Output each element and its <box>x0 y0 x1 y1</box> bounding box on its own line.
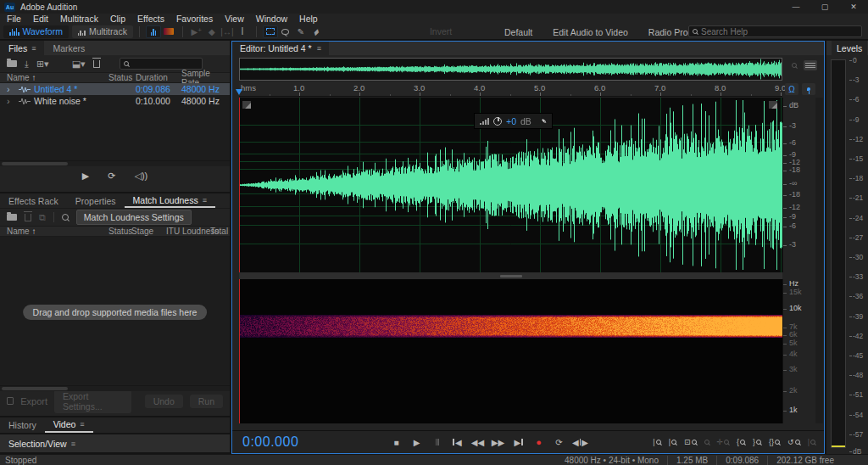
tab-history[interactable]: History <box>0 417 45 433</box>
tab-video[interactable]: Video ≡ <box>45 417 93 433</box>
tab-selection-view[interactable]: Selection/View ≡ <box>0 434 84 452</box>
zoom-out-full-button[interactable] <box>704 440 709 445</box>
close-button[interactable]: ✕ <box>839 0 868 14</box>
loudness-drop-area[interactable]: Drag and drop supported media files here <box>0 237 230 385</box>
editor-list-button[interactable] <box>804 60 817 70</box>
hud-pin-icon[interactable]: ✒ <box>538 115 548 126</box>
loudness-add-files-icon[interactable] <box>7 214 17 221</box>
spot-healing-brush-button[interactable]: ▰ <box>309 25 324 38</box>
expand-chevron-icon[interactable]: › <box>7 84 19 94</box>
record-button[interactable]: ● <box>531 435 546 449</box>
editor-panel-menu-icon[interactable]: ≡ <box>317 44 321 53</box>
slip-tool-button[interactable]: |↔| <box>220 25 235 38</box>
lasso-selection-tool-button[interactable] <box>278 25 293 38</box>
files-panel-menu-icon[interactable]: ≡ <box>31 44 36 53</box>
workspace-edit-audio-to-video[interactable]: Edit Audio to Video <box>544 27 637 37</box>
frequency-scale[interactable]: Hz15k10k7k6k5k4k3k2k1k <box>782 279 815 423</box>
tab-markers[interactable]: Markers <box>44 41 93 55</box>
loudness-remove-icon[interactable] <box>25 214 31 221</box>
editor-vscrollbar[interactable] <box>815 98 823 423</box>
minimize-button[interactable]: — <box>782 0 810 14</box>
waveform-mode-button[interactable]: Waveform <box>3 25 69 38</box>
loop-preview-button[interactable]: ⟳ <box>108 171 115 182</box>
zoom-out-horizontal-button[interactable]: | <box>669 438 676 446</box>
time-selection-tool-button[interactable]: I <box>235 25 250 38</box>
menu-multitrack[interactable]: Multitrack <box>60 14 98 24</box>
menu-help[interactable]: Help <box>299 14 318 24</box>
loop-playback-button[interactable]: ⟳ <box>552 435 566 449</box>
loudness-duplicate-icon[interactable]: ⧉ <box>39 213 46 222</box>
tab-files[interactable]: Files ≡ <box>0 41 44 55</box>
match-loudness-settings-button[interactable]: Match Loudness Settings <box>76 210 192 225</box>
loudness-hscrollbar[interactable] <box>0 385 230 391</box>
new-item-icon[interactable]: ⊞▾ <box>36 59 49 69</box>
paintbrush-tool-button[interactable]: ✎ <box>293 25 309 38</box>
waveform-display[interactable]: +0 dB ✒ <box>239 98 782 272</box>
menu-effects[interactable]: Effects <box>137 14 164 24</box>
marquee-selection-tool-button[interactable] <box>263 25 278 38</box>
spectral-display[interactable] <box>239 279 782 423</box>
zoom-to-selection-button[interactable]: {} <box>769 438 780 446</box>
open-file-icon[interactable] <box>7 60 17 67</box>
file-row[interactable]: ›Untitled 4 *0:09.08648000 Hz <box>0 83 230 95</box>
file-row[interactable]: ›White noise *0:10.00048000 Hz <box>0 95 230 107</box>
files-search-input[interactable] <box>132 59 198 69</box>
import-file-icon[interactable]: ⤓ <box>25 59 29 69</box>
files-column-headers[interactable]: Name ↑ Status Duration Sample Rate <box>0 72 230 83</box>
tab-match-loudness[interactable]: Match Loudness ≡ <box>125 193 215 208</box>
gain-value[interactable]: +0 <box>506 116 516 126</box>
overview-zoom-icon[interactable] <box>792 63 797 68</box>
move-tool-button[interactable]: ▶⁺ <box>189 25 204 38</box>
run-button[interactable]: Run <box>190 395 223 408</box>
tab-editor[interactable]: Editor: Untitled 4 * ≡ <box>232 42 329 55</box>
gain-knob-icon[interactable] <box>493 117 502 126</box>
amplitude-scale[interactable]: dB-3-6-9-12-18-∞-18-12-9-6-3 <box>782 98 815 272</box>
playhead-marker[interactable] <box>236 89 242 95</box>
selection-view-menu-icon[interactable]: ≡ <box>71 440 75 448</box>
zoom-in-horizontal-button[interactable]: | <box>653 438 660 446</box>
show-spectral-view-button[interactable] <box>161 25 176 38</box>
zoom-reset-button[interactable]: ✛ <box>717 438 730 446</box>
zoom-in-at-out-point-button[interactable]: } <box>753 438 761 446</box>
pause-button[interactable] <box>430 435 444 449</box>
menu-file[interactable]: File <box>7 14 21 24</box>
show-waveform-view-button[interactable] <box>146 25 161 38</box>
tab-effects-rack[interactable]: Effects Rack <box>0 193 67 208</box>
video-panel-menu-icon[interactable]: ≡ <box>80 420 84 429</box>
play-button[interactable]: ▶ <box>409 435 424 449</box>
menu-clip[interactable]: Clip <box>110 14 125 24</box>
files-hscrollbar[interactable] <box>0 160 230 166</box>
fast-forward-button[interactable]: ▶▶ <box>491 435 505 449</box>
zoom-to-selection-full-button[interactable]: ⊡ <box>684 438 697 446</box>
delete-file-icon[interactable] <box>93 60 100 68</box>
loudness-scan-icon[interactable] <box>62 214 69 221</box>
gain-hud[interactable]: +0 dB ✒ <box>474 113 553 129</box>
loudness-column-headers[interactable]: Name ↑ Status Stage ITU Loudness Total <box>0 226 230 237</box>
menu-favorites[interactable]: Favorites <box>176 14 213 24</box>
time-display[interactable]: 0:00.000 <box>242 434 298 450</box>
menu-view[interactable]: View <box>225 14 244 24</box>
workspace-default[interactable]: Default <box>496 27 541 37</box>
overview-waveform[interactable] <box>239 58 782 81</box>
zoom-vertical-button[interactable]: | <box>808 438 815 446</box>
export-settings-button[interactable]: Export Settings... <box>54 389 131 413</box>
search-help-box[interactable] <box>688 25 862 37</box>
snap-toggle-button[interactable]: Ω <box>785 83 798 95</box>
insert-into-multitrack-icon[interactable]: ⬓▾ <box>72 59 86 69</box>
tab-properties[interactable]: Properties <box>67 193 125 208</box>
multitrack-mode-button[interactable]: Multitrack <box>72 25 133 38</box>
razor-tool-button[interactable]: ◆ <box>204 25 220 38</box>
skip-selection-button[interactable]: ◀▶ <box>572 435 588 449</box>
undo-button[interactable]: Undo <box>145 395 183 408</box>
menu-window[interactable]: Window <box>256 14 287 24</box>
timeline-ruler[interactable]: hms 1.02.03.04.05.06.07.08.09.0 <box>239 82 782 97</box>
marker-button[interactable] <box>802 83 815 95</box>
level-meter[interactable] <box>831 59 846 448</box>
skip-to-start-button[interactable]: ◀ <box>450 435 465 449</box>
expand-chevron-icon[interactable]: › <box>7 96 19 106</box>
auto-play-button[interactable]: ◁)) <box>134 171 147 182</box>
menu-edit[interactable]: Edit <box>33 14 48 24</box>
export-checkbox[interactable] <box>7 397 14 405</box>
zoom-refresh-button[interactable]: ↺ <box>787 438 800 446</box>
view-splitter[interactable] <box>239 272 782 279</box>
